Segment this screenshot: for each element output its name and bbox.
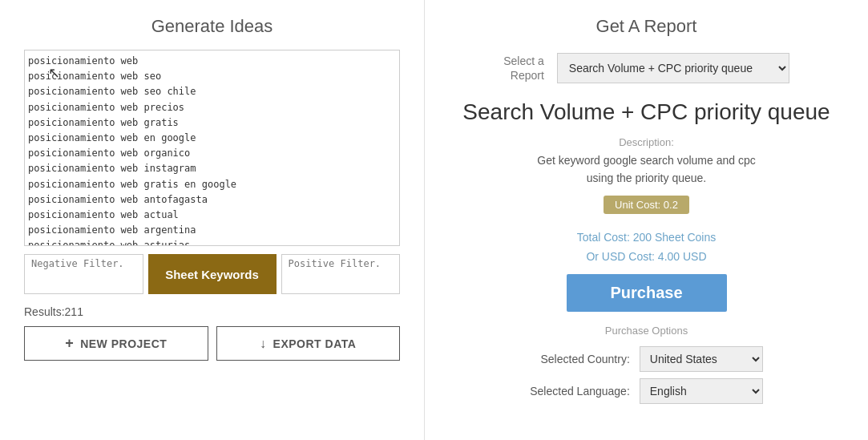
total-cost-line2: Or USD Cost: 4.00 USD (577, 248, 717, 267)
sheet-keywords-button[interactable]: Sheet Keywords (148, 254, 277, 294)
new-project-label: NEW PROJECT (80, 337, 167, 350)
plus-icon: + (65, 335, 74, 352)
total-cost-text: Total Cost: 200 Sheet Coins Or USD Cost:… (577, 228, 717, 267)
select-report-row: Select a Report Search Volume + CPC prio… (503, 53, 789, 83)
bottom-buttons-row: + NEW PROJECT ↓ EXPORT DATA (24, 326, 400, 361)
unit-cost-badge: Unit Cost: 0.2 (604, 196, 689, 214)
keywords-textarea[interactable]: posicionamiento web posicionamiento web … (24, 50, 400, 246)
language-select[interactable]: English Spanish French German (640, 378, 763, 404)
purchase-options-label: Purchase Options (605, 325, 688, 337)
report-name: Search Volume + CPC priority queue (462, 99, 830, 125)
right-panel: Get A Report Select a Report Search Volu… (425, 0, 868, 440)
export-data-label: EXPORT DATA (273, 337, 357, 350)
total-cost-line1: Total Cost: 200 Sheet Coins (577, 228, 717, 248)
purchase-options-grid: Selected Country: United States Canada U… (530, 346, 763, 404)
country-select[interactable]: United States Canada United Kingdom Aust… (640, 346, 763, 372)
left-panel-title: Generate Ideas (24, 16, 400, 37)
positive-filter-input[interactable] (281, 254, 401, 294)
new-project-button[interactable]: + NEW PROJECT (24, 326, 208, 361)
report-select[interactable]: Search Volume + CPC priority queue Searc… (557, 53, 789, 83)
download-icon: ↓ (260, 337, 267, 351)
negative-filter-input[interactable] (24, 254, 143, 294)
description-text: Get keyword google search volume and cpc… (537, 151, 755, 188)
purchase-button[interactable]: Purchase (567, 274, 727, 312)
export-data-button[interactable]: ↓ EXPORT DATA (216, 326, 401, 361)
right-panel-title: Get A Report (596, 16, 697, 37)
results-count: Results:211 (24, 305, 400, 318)
description-label: Description: (619, 136, 674, 148)
select-report-label: Select a Report (503, 54, 544, 83)
filters-row: Sheet Keywords (24, 254, 400, 294)
selected-country-label: Selected Country: (530, 353, 630, 365)
left-panel: ↖ Generate Ideas posicionamiento web pos… (0, 0, 425, 440)
selected-language-label: Selected Language: (530, 385, 630, 398)
